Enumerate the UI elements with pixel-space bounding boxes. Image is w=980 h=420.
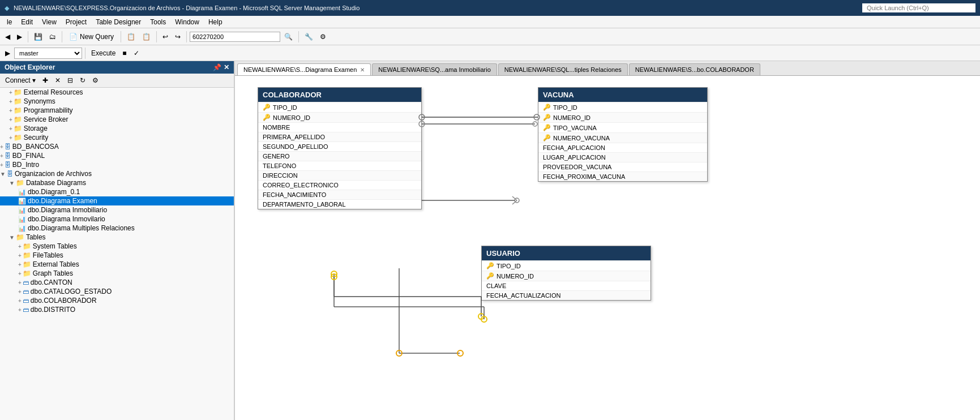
- oe-item-graph-tables[interactable]: + 📁 Graph Tables: [0, 269, 234, 278]
- oe-item-external-tables[interactable]: + 📁 External Tables: [0, 260, 234, 269]
- back-button[interactable]: ◀: [2, 31, 13, 42]
- oe-item-catalogo-estado[interactable]: + 🗃 dbo.CATALOGO_ESTADO: [0, 287, 234, 296]
- diagram-canvas[interactable]: COLABORADOR 🔑 TIPO_ID 🔑 NUMERO_ID NOMBRE…: [235, 76, 980, 420]
- expand-icon[interactable]: +: [18, 262, 22, 268]
- field-direccion[interactable]: DIRECCION: [258, 170, 421, 180]
- oe-item-external-resources[interactable]: + 📁 External Resources: [0, 88, 234, 97]
- field-fecha-proxima-vacuna[interactable]: FECHA_PROXIMA_VACUNA: [538, 172, 707, 181]
- table-vacuna[interactable]: VACUNA 🔑 TIPO_ID 🔑 NUMERO_ID 🔑 TIPO_VACU…: [538, 87, 708, 182]
- oe-item-security[interactable]: + 📁 Security: [0, 133, 234, 142]
- paste-button[interactable]: 📋: [139, 31, 153, 42]
- stop-button[interactable]: ■: [119, 48, 129, 59]
- menu-table-designer[interactable]: Table Designer: [91, 17, 145, 27]
- field-fecha-actualizacion[interactable]: FECHA_ACTUALIZACION: [482, 290, 651, 300]
- field-telefono[interactable]: TELEFONO: [258, 161, 421, 170]
- oe-item-diagrama-examen[interactable]: 📊 dbo.Diagrama Examen: [0, 196, 234, 205]
- field-fecha-aplicacion[interactable]: FECHA_APLICACION: [538, 143, 707, 152]
- field-clave[interactable]: CLAVE: [482, 281, 651, 290]
- field-nombre[interactable]: NOMBRE: [258, 122, 421, 132]
- execute-button[interactable]: Execute: [88, 48, 118, 59]
- quick-launch-input[interactable]: [862, 3, 975, 12]
- check-button[interactable]: ✓: [131, 48, 142, 59]
- field-numero-id[interactable]: 🔑 NUMERO_ID: [482, 271, 651, 281]
- field-tipo-id[interactable]: 🔑 TIPO_ID: [258, 102, 421, 112]
- oe-item-bd-intro[interactable]: + 🗄 BD_Intro: [0, 160, 234, 169]
- expand-icon[interactable]: +: [9, 98, 12, 105]
- oe-delete-button[interactable]: ✕: [52, 75, 63, 86]
- expand-icon[interactable]: +: [18, 243, 22, 250]
- menu-le[interactable]: le: [2, 17, 16, 27]
- table-usuario[interactable]: USUARIO 🔑 TIPO_ID 🔑 NUMERO_ID CLAVE FECH…: [481, 246, 651, 301]
- oe-item-distrito[interactable]: + 🗃 dbo.DISTRITO: [0, 305, 234, 314]
- field-departamento-laboral[interactable]: DEPARTAMENTO_LABORAL: [258, 199, 421, 209]
- expand-icon[interactable]: +: [18, 289, 22, 295]
- field-tipo-vacuna[interactable]: 🔑 TIPO_VACUNA: [538, 122, 707, 132]
- field-genero[interactable]: GENERO: [258, 151, 421, 161]
- redo-button[interactable]: ↪: [172, 31, 183, 42]
- tab-diagrama-multiples[interactable]: NEWALIENWARE\SQL...tiples Relaciones: [498, 63, 628, 75]
- expand-icon[interactable]: +: [18, 307, 22, 313]
- copy-button[interactable]: 📋: [124, 31, 138, 42]
- forward-button[interactable]: ▶: [14, 31, 25, 42]
- expand-icon[interactable]: ▼: [9, 180, 15, 186]
- oe-properties-button[interactable]: ⚙: [89, 75, 101, 86]
- oe-item-diagrama-multiples[interactable]: 📊 dbo.Diagrama Multiples Relaciones: [0, 224, 234, 233]
- save-button[interactable]: 💾: [31, 31, 45, 42]
- field-fecha-nacimiento[interactable]: FECHA_NACIMIENTO: [258, 190, 421, 199]
- expand-icon[interactable]: ▼: [9, 234, 15, 241]
- oe-new-button[interactable]: ✚: [40, 75, 51, 86]
- oe-item-database-diagrams[interactable]: ▼ 📁 Database Diagrams: [0, 178, 234, 187]
- oe-item-bd-final[interactable]: + 🗄 BD_FINAL: [0, 151, 234, 160]
- expand-icon[interactable]: +: [0, 144, 3, 150]
- oe-item-storage[interactable]: + 📁 Storage: [0, 124, 234, 133]
- field-tipo-id[interactable]: 🔑 TIPO_ID: [538, 102, 707, 112]
- field-proveedor-vacuna[interactable]: PROVEEDOR_VACUNA: [538, 162, 707, 172]
- expand-icon[interactable]: +: [9, 135, 12, 141]
- field-lugar-aplicacion[interactable]: LUGAR_APLICACION: [538, 152, 707, 162]
- tab-diagrama-examen[interactable]: NEWALIENWARE\S...Diagrama Examen ✕: [237, 63, 371, 76]
- field-segundo-apellido[interactable]: SEGUNDO_APELLIDO: [258, 142, 421, 151]
- oe-item-service-broker[interactable]: + 📁 Service Broker: [0, 115, 234, 124]
- run-button[interactable]: ▶: [2, 48, 13, 59]
- oe-filter-button[interactable]: ⊟: [65, 75, 76, 86]
- oe-item-programmability[interactable]: + 📁 Programmability: [0, 106, 234, 115]
- field-correo-electronico[interactable]: CORREO_ELECTRONICO: [258, 180, 421, 190]
- expand-icon[interactable]: +: [9, 89, 12, 96]
- field-numero-vacuna[interactable]: 🔑 NUMERO_VACUNA: [538, 132, 707, 143]
- field-numero-id[interactable]: 🔑 NUMERO_ID: [538, 112, 707, 122]
- expand-icon[interactable]: +: [18, 298, 22, 304]
- oe-item-bd-bancosa[interactable]: + 🗄 BD_BANCOSA: [0, 142, 234, 151]
- oe-item-diagram-01[interactable]: 📊 dbo.Diagram_0.1: [0, 187, 234, 196]
- oe-item-tables[interactable]: ▼ 📁 Tables: [0, 233, 234, 242]
- save-all-button[interactable]: 🗂: [46, 31, 59, 42]
- field-tipo-id[interactable]: 🔑 TIPO_ID: [482, 260, 651, 271]
- menu-view[interactable]: View: [37, 17, 61, 27]
- expand-icon[interactable]: +: [18, 252, 22, 259]
- expand-icon[interactable]: +: [0, 153, 3, 159]
- oe-connect-button[interactable]: Connect ▾: [2, 75, 38, 86]
- expand-icon[interactable]: +: [9, 108, 12, 114]
- oe-refresh-button[interactable]: ↻: [77, 75, 88, 86]
- expand-icon[interactable]: ▼: [0, 171, 6, 177]
- options-button[interactable]: ⚙: [317, 31, 329, 42]
- menu-tools[interactable]: Tools: [145, 17, 170, 27]
- oe-item-diagrama-inmovilario[interactable]: 📊 dbo.Diagrama Inmovilario: [0, 215, 234, 224]
- tab-close-button[interactable]: ✕: [360, 67, 365, 73]
- expand-icon[interactable]: +: [0, 162, 3, 168]
- oe-close-icon[interactable]: ✕: [224, 63, 229, 71]
- new-query-button[interactable]: 📄 New Query: [65, 31, 118, 42]
- oe-item-diagrama-inmobiliario[interactable]: 📊 dbo.Diagrama Inmobiliario: [0, 205, 234, 215]
- undo-button[interactable]: ↩: [160, 31, 171, 42]
- oe-item-canton[interactable]: + 🗃 dbo.CANTON: [0, 278, 234, 287]
- search-button[interactable]: 🔍: [281, 31, 296, 42]
- menu-edit[interactable]: Edit: [16, 17, 37, 27]
- oe-item-organizacion[interactable]: ▼ 🗄 Organizacion de Archivos: [0, 169, 234, 178]
- tab-colaborador[interactable]: NEWALIENWARE\S...bo.COLABORADOR: [629, 63, 760, 75]
- oe-item-synonyms[interactable]: + 📁 Synonyms: [0, 97, 234, 106]
- menu-window[interactable]: Window: [170, 17, 204, 27]
- oe-item-colaborador[interactable]: + 🗃 dbo.COLABORADOR: [0, 296, 234, 305]
- expand-icon[interactable]: +: [9, 126, 12, 132]
- oe-item-filetables[interactable]: + 📁 FileTables: [0, 251, 234, 260]
- tab-diagrama-inmobiliario[interactable]: NEWALIENWARE\SQ...ama Inmobiliario: [372, 63, 497, 75]
- expand-icon[interactable]: +: [18, 280, 22, 286]
